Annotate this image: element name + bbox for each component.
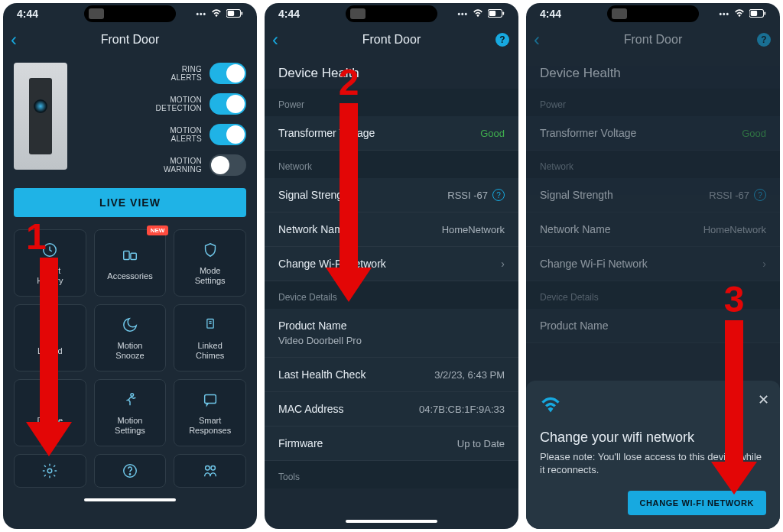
svg-rect-2 [241, 11, 242, 15]
tile-partial-1[interactable] [14, 454, 86, 488]
screen-1-device-dashboard: 4:44 ••• ‹ Front Door RING ALERTS MOTION… [3, 3, 257, 529]
running-icon [120, 390, 140, 410]
group-tools: Tools [265, 461, 518, 488]
row-label: Signal Strength [278, 189, 352, 201]
row-label: Transformer Voltage [278, 127, 375, 139]
help-button[interactable]: ? [757, 33, 771, 47]
change-wifi-modal: ✕ Change your wifi network Please note: … [526, 381, 780, 529]
row-label: Signal Strength [540, 189, 613, 201]
row-label: MAC Address [278, 403, 344, 415]
svg-rect-11 [204, 395, 216, 404]
tile-label: Motion Snooze [115, 341, 144, 360]
motion-detection-toggle[interactable] [210, 93, 246, 115]
row-value: Good [742, 128, 766, 139]
more-dots-icon: ••• [196, 10, 206, 18]
row-label: Transformer Voltage [540, 127, 636, 139]
group-device-details: Device Details [265, 281, 518, 309]
pulse-icon [40, 390, 60, 410]
chevron-right-icon: › [501, 258, 505, 270]
status-right-icons: ••• [720, 8, 766, 20]
tile-event-history[interactable]: Event History [14, 229, 86, 297]
row-transformer-voltage: Transformer Voltage Good [526, 116, 780, 151]
tile-label: Motion Settings [115, 416, 145, 435]
svg-rect-4 [124, 251, 129, 259]
help-button[interactable]: ? [495, 33, 509, 47]
link-icon [40, 320, 60, 340]
status-right-icons: ••• [459, 8, 505, 20]
motion-alerts-label: MOTION ALERTS [170, 126, 202, 143]
motion-warning-toggle[interactable] [210, 154, 246, 176]
tile-motion-settings[interactable]: Motion Settings [94, 379, 167, 446]
svg-point-16 [211, 466, 216, 471]
row-label: Product Name [540, 320, 608, 332]
status-bar: 4:44 ••• [526, 3, 780, 24]
live-view-button[interactable]: LIVE VIEW [14, 188, 246, 217]
tile-partial-2[interactable] [94, 454, 167, 488]
close-button[interactable]: ✕ [758, 391, 769, 408]
row-value: Video Doorbell Pro [278, 335, 362, 346]
screen-3-change-wifi-modal: 4:44 ••• ‹ Front Door ? Device Health Po… [526, 3, 780, 529]
tile-linked[interactable]: Linked [14, 304, 86, 371]
group-network: Network [265, 151, 518, 178]
status-time: 4:44 [540, 8, 586, 20]
tile-linked-chimes[interactable]: Linked Chimes [174, 304, 246, 371]
tile-motion-snooze[interactable]: Motion Snooze [94, 304, 167, 371]
ring-alerts-label: RING ALERTS [171, 65, 202, 82]
tile-device-health[interactable]: Device Health [14, 379, 86, 446]
svg-rect-20 [489, 11, 495, 16]
more-dots-icon: ••• [719, 10, 729, 18]
battery-icon [226, 8, 243, 20]
svg-rect-1 [228, 11, 234, 16]
wifi-icon [211, 8, 222, 20]
change-wifi-confirm-button[interactable]: CHANGE WI-FI NETWORK [628, 491, 766, 515]
help-icon [120, 461, 140, 481]
back-button[interactable]: ‹ [272, 31, 278, 49]
info-icon[interactable]: ? [492, 189, 505, 201]
tile-label: Accessories [107, 271, 152, 281]
row-transformer-voltage: Transformer Voltage Good [265, 116, 518, 151]
history-icon [40, 240, 60, 260]
row-value: RSSI -67 [447, 190, 488, 201]
tile-accessories[interactable]: NEW Accessories [94, 229, 167, 297]
row-label: Product Name [278, 320, 346, 332]
back-button[interactable]: ‹ [11, 31, 17, 49]
home-indicator[interactable] [346, 520, 437, 523]
home-indicator[interactable] [84, 498, 176, 501]
nav-bar: ‹ Front Door [3, 24, 257, 55]
svg-rect-5 [131, 253, 136, 259]
dynamic-island [84, 5, 176, 22]
group-device-details: Device Details [526, 281, 780, 309]
row-label: Last Health Check [278, 368, 366, 381]
page-title: Front Door [362, 33, 421, 47]
feature-tile-grid: Event History NEW Accessories Mode Setti… [3, 223, 257, 494]
modal-body-text: Please note: You'll lose access to this … [540, 450, 766, 477]
motion-alerts-toggle[interactable] [210, 124, 246, 145]
device-image [14, 63, 67, 170]
group-power: Power [265, 89, 518, 116]
dynamic-island [346, 5, 437, 22]
group-network: Network [526, 151, 780, 178]
dynamic-island [607, 5, 699, 22]
wifi-icon [734, 8, 745, 20]
back-button[interactable]: ‹ [534, 31, 540, 49]
new-badge: NEW [147, 225, 169, 235]
shield-icon [200, 240, 220, 260]
row-change-wifi[interactable]: Change Wi-Fi Network › [265, 247, 518, 281]
status-time: 4:44 [278, 8, 324, 20]
device-health-list[interactable]: Device Health Power Transformer Voltage … [265, 55, 518, 515]
tile-mode-settings[interactable]: Mode Settings [174, 229, 246, 297]
tile-smart-responses[interactable]: Smart Responses [174, 379, 246, 446]
ring-alerts-toggle[interactable] [210, 63, 246, 84]
tile-partial-3[interactable] [174, 454, 246, 488]
status-bar: 4:44 ••• [3, 3, 257, 24]
motion-detection-label: MOTION DETECTION [156, 96, 202, 112]
share-icon [200, 461, 220, 481]
status-right-icons: ••• [197, 8, 243, 20]
modal-title: Change your wifi network [540, 430, 766, 446]
svg-point-14 [129, 474, 130, 475]
svg-point-10 [131, 394, 134, 397]
row-product-name: Product Name Video Doorbell Pro [265, 309, 518, 358]
toggle-column: RING ALERTS MOTION DETECTION MOTION ALER… [75, 63, 246, 176]
row-network-name: Network Name HomeNetwork [265, 212, 518, 247]
chat-icon [200, 390, 220, 410]
